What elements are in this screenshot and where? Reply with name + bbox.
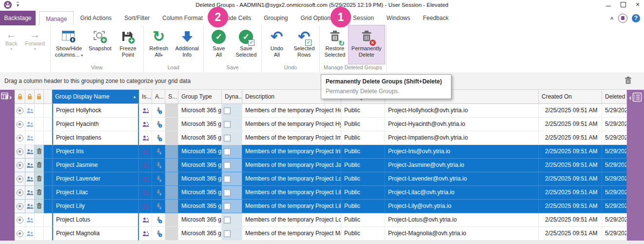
undo-all-button[interactable]: ↶ Undo All bbox=[263, 25, 291, 64]
row-state-cell[interactable] bbox=[15, 131, 25, 145]
lock-column-header[interactable] bbox=[25, 90, 35, 104]
cell-group-display-name[interactable]: Project Hyacinth bbox=[52, 118, 139, 131]
back-button[interactable]: ← Back ▾ bbox=[1, 25, 21, 64]
row-members-cell[interactable] bbox=[25, 131, 35, 145]
account-badge-icon[interactable] bbox=[618, 14, 627, 23]
column-header-dynamic[interactable]: Dyna... bbox=[222, 90, 242, 104]
table-row[interactable]: Project Impatiens iMicrosoft 365 groupMe… bbox=[15, 131, 627, 145]
forward-button[interactable]: → Forward ▾ bbox=[21, 25, 48, 64]
lock-column-header[interactable] bbox=[15, 90, 25, 104]
table-row[interactable]: Project Lilac iMicrosoft 365 groupMember… bbox=[15, 186, 627, 200]
column-header-is[interactable]: Is... bbox=[139, 90, 152, 104]
row-members-cell[interactable] bbox=[25, 227, 35, 241]
help-icon[interactable]: ? bbox=[632, 14, 640, 22]
grid-tools-icon[interactable]: › bbox=[1, 92, 15, 100]
row-delete-cell[interactable] bbox=[35, 186, 44, 200]
row-state-cell[interactable] bbox=[15, 118, 25, 131]
checkbox[interactable] bbox=[224, 121, 231, 128]
cell-dynamic-membership[interactable] bbox=[222, 200, 242, 213]
tab-sort-filter[interactable]: Sort/Filter bbox=[118, 11, 156, 25]
row-members-cell[interactable] bbox=[25, 200, 35, 213]
cell-group-display-name[interactable]: Project Lilac bbox=[52, 186, 139, 200]
row-state-cell[interactable] bbox=[15, 213, 25, 227]
tab-grid-actions[interactable]: Grid Actions bbox=[74, 11, 118, 25]
cell-dynamic-membership[interactable] bbox=[222, 131, 242, 145]
row-delete-cell[interactable] bbox=[35, 118, 44, 131]
row-state-cell[interactable] bbox=[15, 227, 25, 241]
row-delete-cell[interactable] bbox=[35, 213, 44, 227]
cell-dynamic-membership[interactable] bbox=[222, 159, 242, 172]
row-delete-cell[interactable] bbox=[35, 131, 44, 145]
undo-selected-rows-button[interactable]: ↶ ✓ Selected Rows bbox=[291, 25, 318, 64]
row-members-cell[interactable] bbox=[25, 213, 35, 227]
cell-dynamic-membership[interactable] bbox=[222, 172, 242, 186]
row-state-cell[interactable] bbox=[15, 200, 25, 213]
row-state-cell[interactable] bbox=[15, 172, 25, 186]
tab-windows[interactable]: Windows bbox=[380, 11, 417, 25]
tab-backstage[interactable]: Backstage bbox=[0, 11, 36, 25]
table-row[interactable]: Project Magnolia iMicrosoft 365 groupMem… bbox=[15, 227, 627, 241]
tab-grouping[interactable]: Grouping bbox=[257, 11, 294, 25]
row-delete-cell[interactable] bbox=[35, 145, 44, 159]
row-delete-cell[interactable] bbox=[35, 172, 44, 186]
column-header-group-display-name[interactable]: Group Display Name ▲ bbox=[52, 90, 139, 104]
tab-column-format[interactable]: Column Format bbox=[156, 11, 209, 25]
table-row[interactable]: Project Jasmine iMicrosoft 365 groupMemb… bbox=[15, 159, 627, 172]
checkbox[interactable] bbox=[224, 107, 231, 114]
restore-selected-button[interactable]: ↻ Restore Selected bbox=[321, 25, 349, 64]
cell-group-display-name[interactable]: Project Impatiens bbox=[52, 131, 139, 145]
table-row[interactable]: Project Lotus iMicrosoft 365 groupMember… bbox=[15, 213, 627, 227]
row-state-cell[interactable] bbox=[15, 145, 25, 159]
row-delete-cell[interactable] bbox=[35, 200, 44, 213]
cell-group-display-name[interactable]: Project Iris bbox=[52, 145, 139, 159]
close-button[interactable]: × bbox=[634, 1, 641, 8]
column-header-deleted-on[interactable]: Deleted On bbox=[602, 90, 627, 104]
column-header-a[interactable]: A... bbox=[152, 90, 165, 104]
save-all-button[interactable]: ✓ Save All bbox=[205, 25, 233, 64]
checkbox[interactable] bbox=[224, 217, 231, 224]
grouping-trash-icon[interactable] bbox=[624, 76, 633, 87]
checkbox[interactable] bbox=[224, 230, 231, 237]
collapse-ribbon-icon[interactable]: ∧ bbox=[610, 16, 614, 20]
cell-dynamic-membership[interactable] bbox=[222, 104, 242, 118]
left-grid-rail[interactable]: › bbox=[0, 90, 15, 241]
row-state-cell[interactable] bbox=[15, 186, 25, 200]
snapshot-button[interactable]: Snapshot bbox=[86, 25, 114, 64]
cell-dynamic-membership[interactable] bbox=[222, 213, 242, 227]
row-delete-cell[interactable] bbox=[35, 159, 44, 172]
tab-manage[interactable]: Manage bbox=[39, 11, 74, 26]
checkbox[interactable] bbox=[224, 176, 231, 183]
tab-feedback[interactable]: Feedback bbox=[417, 11, 455, 25]
table-row[interactable]: Project Lily iMicrosoft 365 groupMembers… bbox=[15, 200, 627, 213]
row-delete-cell[interactable] bbox=[35, 227, 44, 241]
cell-dynamic-membership[interactable] bbox=[222, 145, 242, 159]
minimize-button[interactable] bbox=[605, 1, 612, 8]
show-hide-columns-button[interactable]: Show/Hide columns... ▾ bbox=[52, 25, 86, 64]
row-members-cell[interactable] bbox=[25, 159, 35, 172]
column-header-s[interactable]: S... bbox=[165, 90, 178, 104]
column-header-created-on[interactable]: Created On bbox=[539, 90, 602, 104]
table-row[interactable]: Project Hollyhock iMicrosoft 365 groupMe… bbox=[15, 104, 627, 118]
table-row[interactable]: Project Lavender iMicrosoft 365 groupMem… bbox=[15, 172, 627, 186]
row-members-cell[interactable] bbox=[25, 145, 35, 159]
checkbox[interactable] bbox=[224, 189, 231, 196]
table-row[interactable]: Project Iris iMicrosoft 365 groupMembers… bbox=[15, 145, 627, 159]
checkbox[interactable] bbox=[224, 162, 231, 169]
checkbox[interactable] bbox=[224, 148, 231, 155]
cell-dynamic-membership[interactable] bbox=[222, 227, 242, 241]
save-selected-button[interactable]: ✓ ✓ Save Selected bbox=[233, 25, 260, 64]
cell-dynamic-membership[interactable] bbox=[222, 118, 242, 131]
cell-group-display-name[interactable]: Project Hollyhock bbox=[52, 104, 139, 118]
row-members-cell[interactable] bbox=[25, 172, 35, 186]
cell-group-display-name[interactable]: Project Lavender bbox=[52, 172, 139, 186]
cell-group-display-name[interactable]: Project Jasmine bbox=[52, 159, 139, 172]
row-delete-cell[interactable] bbox=[35, 104, 44, 118]
checkbox[interactable] bbox=[224, 203, 231, 210]
cell-group-display-name[interactable]: Project Lotus bbox=[52, 213, 139, 227]
row-members-cell[interactable] bbox=[25, 118, 35, 131]
permanently-delete-button[interactable]: × Permanently Delete bbox=[349, 25, 385, 64]
row-state-cell[interactable] bbox=[15, 104, 25, 118]
column-header-group-type[interactable]: Group Type bbox=[178, 90, 222, 104]
cell-group-display-name[interactable]: Project Magnolia bbox=[52, 227, 139, 241]
refresh-all-button[interactable]: ↻ Refresh All▾ bbox=[145, 25, 173, 64]
